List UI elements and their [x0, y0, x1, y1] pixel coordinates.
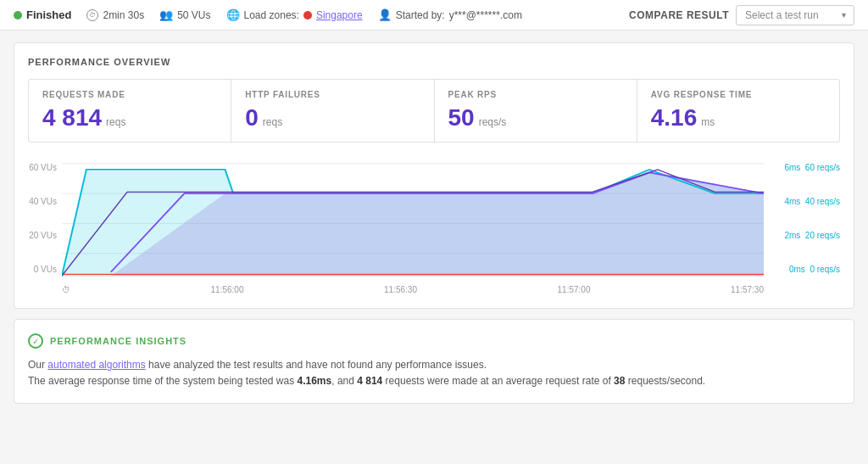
- metric-requests-number: 4 814: [42, 104, 102, 131]
- compare-label: COMPARE RESULT: [629, 9, 729, 21]
- metric-peak-rps: PEAK RPS 50 reqs/s: [435, 80, 637, 142]
- status-label: Finished: [26, 8, 71, 21]
- metric-peak-rps-label: PEAK RPS: [448, 90, 623, 99]
- users-icon: 👥: [159, 8, 173, 21]
- metric-requests-unit: reqs: [106, 116, 125, 128]
- started-by-item: 👤 Started by: y***@******.com: [378, 8, 522, 21]
- load-zones-label: Load zones:: [244, 9, 299, 21]
- x-label-3: 11:56:30: [384, 285, 417, 294]
- perf-overview-title: PERFORMANCE OVERVIEW: [28, 57, 840, 67]
- performance-overview-card: PERFORMANCE OVERVIEW REQUESTS MADE 4 814…: [14, 42, 854, 309]
- main-content: PERFORMANCE OVERVIEW REQUESTS MADE 4 814…: [0, 31, 868, 416]
- insights-text-2-pre: The average response time of the system …: [28, 375, 298, 387]
- metric-avg-response-value: 4.16 ms: [651, 104, 826, 131]
- requests-bold: 4 814: [357, 375, 382, 387]
- metric-requests-made: REQUESTS MADE 4 814 reqs: [29, 80, 231, 142]
- insights-text-1-cont: have analyzed the test results and have …: [146, 359, 487, 371]
- automated-algorithms-link[interactable]: automated algorithms: [47, 359, 145, 371]
- insights-text-2-cont: requests were made at an average request…: [382, 375, 614, 387]
- metric-failures-unit: reqs: [263, 116, 282, 128]
- globe-icon: 🌐: [226, 8, 240, 21]
- y-label-40vu: 40 VUs: [28, 197, 57, 206]
- status-item: Finished: [14, 8, 71, 21]
- person-icon: 👤: [378, 8, 392, 21]
- clock-icon: ⏱: [86, 9, 98, 21]
- vus-label: 50 VUs: [177, 9, 210, 21]
- started-by-label: Started by:: [396, 9, 445, 21]
- rate-bold: 38: [614, 375, 625, 387]
- insights-title: PERFORMANCE INSIGHTS: [50, 336, 186, 346]
- metric-failures-label: HTTP FAILURES: [245, 90, 420, 99]
- metric-avg-response-number: 4.16: [651, 104, 698, 131]
- y-label-60vu: 60 VUs: [28, 163, 57, 172]
- y-right-label-4ms: 4ms 40 reqs/s: [769, 197, 840, 206]
- x-label-4: 11:57:00: [558, 285, 591, 294]
- insights-title-row: ✓ PERFORMANCE INSIGHTS: [28, 333, 840, 349]
- x-label-5: 11:57:30: [731, 285, 764, 294]
- performance-insights-card: ✓ PERFORMANCE INSIGHTS Our automated alg…: [14, 319, 854, 404]
- compare-section: COMPARE RESULT Select a test run: [629, 5, 854, 25]
- metric-failures-number: 0: [245, 104, 259, 131]
- y-label-0vu: 0 VUs: [28, 265, 57, 274]
- y-right-label-0ms: 0ms 0 reqs/s: [769, 265, 840, 274]
- insights-text-1: Our automated algorithms have analyzed t…: [28, 357, 840, 373]
- metric-requests-value: 4 814 reqs: [42, 104, 217, 131]
- y-right-label-2ms: 2ms 20 reqs/s: [769, 231, 840, 240]
- chart-svg: [62, 156, 764, 283]
- y-right-label-6ms: 6ms 60 reqs/s: [769, 163, 840, 172]
- metrics-row: REQUESTS MADE 4 814 reqs HTTP FAILURES 0…: [28, 79, 840, 143]
- metric-avg-response-unit: ms: [701, 116, 715, 128]
- insights-text-2-mid: , and: [331, 375, 357, 387]
- x-label-2: 11:56:00: [211, 285, 244, 294]
- insights-text-1-pre: Our: [28, 359, 47, 371]
- metric-failures-value: 0 reqs: [245, 104, 420, 131]
- metric-requests-label: REQUESTS MADE: [42, 90, 217, 99]
- metric-avg-response-label: AVG RESPONSE TIME: [651, 90, 826, 99]
- y-axis-left: 60 VUs 40 VUs 20 VUs 0 VUs: [28, 156, 62, 294]
- header: Finished ⏱ 2min 30s 👥 50 VUs 🌐 Load zone…: [0, 0, 868, 31]
- metric-http-failures: HTTP FAILURES 0 reqs: [231, 80, 434, 142]
- metric-peak-rps-value: 50 reqs/s: [448, 104, 623, 131]
- location-dot-icon: [303, 11, 312, 20]
- load-zones-item: 🌐 Load zones: Singapore: [226, 8, 363, 21]
- y-label-20vu: 20 VUs: [28, 231, 57, 240]
- avg-response-bold: 4.16ms: [298, 375, 332, 387]
- chart-container: 60 VUs 40 VUs 20 VUs 0 VUs: [28, 156, 840, 294]
- check-icon: ✓: [28, 333, 43, 349]
- duration-label: 2min 30s: [103, 9, 144, 21]
- metric-avg-response: AVG RESPONSE TIME 4.16 ms: [637, 80, 839, 142]
- started-by-email: y***@******.com: [449, 9, 522, 21]
- vus-item: 👥 50 VUs: [159, 8, 210, 21]
- x-label-1: ⏱: [62, 285, 70, 294]
- duration-item: ⏱ 2min 30s: [86, 9, 144, 21]
- test-run-select-wrapper[interactable]: Select a test run: [736, 5, 854, 25]
- metric-peak-rps-unit: reqs/s: [479, 116, 507, 128]
- insights-text-2: The average response time of the system …: [28, 373, 840, 389]
- location-link[interactable]: Singapore: [316, 9, 363, 21]
- test-run-select[interactable]: Select a test run: [736, 5, 854, 25]
- y-axis-right: 6ms 60 reqs/s 4ms 40 reqs/s 2ms 20 reqs/…: [764, 156, 840, 294]
- insights-text-2-end: requests/second.: [625, 375, 705, 387]
- metric-peak-rps-number: 50: [448, 104, 475, 131]
- x-axis-labels: ⏱ 11:56:00 11:56:30 11:57:00 11:57:30: [62, 283, 764, 294]
- chart-svg-wrapper: ⏱ 11:56:00 11:56:30 11:57:00 11:57:30: [62, 156, 764, 294]
- status-dot-icon: [14, 11, 22, 20]
